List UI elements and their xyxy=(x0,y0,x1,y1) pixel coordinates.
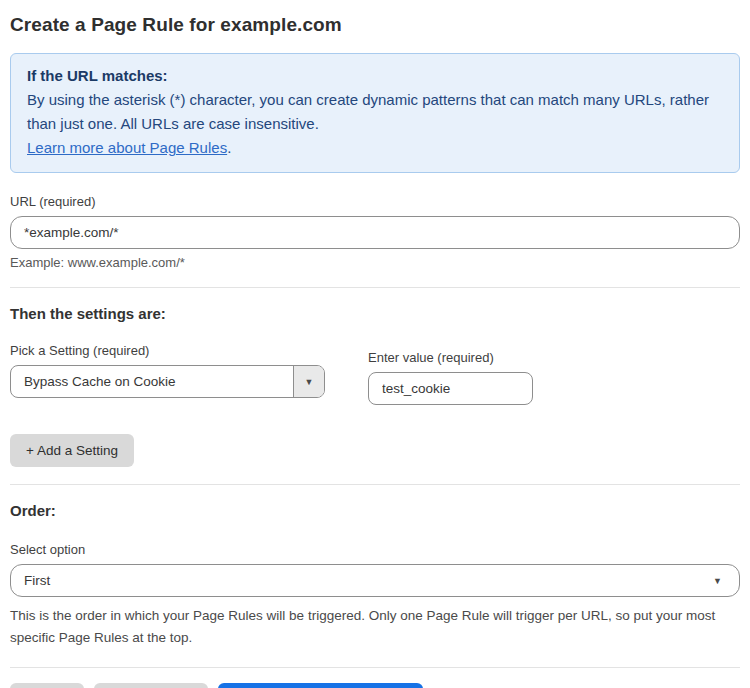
setting-select-arrow-button[interactable]: ▼ xyxy=(293,366,324,397)
setting-select-value: Bypass Cache on Cookie xyxy=(11,366,293,397)
section-divider xyxy=(10,287,740,288)
order-heading: Order: xyxy=(10,502,740,519)
footer-divider xyxy=(10,667,740,668)
setting-label: Pick a Setting (required) xyxy=(10,343,325,358)
section-divider xyxy=(10,484,740,485)
page-title: Create a Page Rule for example.com xyxy=(10,14,740,36)
setting-select[interactable]: Bypass Cache on Cookie ▼ xyxy=(10,365,325,398)
value-label: Enter value (required) xyxy=(368,350,533,365)
url-match-info-box: If the URL matches: By using the asteris… xyxy=(10,53,740,173)
order-select-label: Select option xyxy=(10,542,740,557)
url-label: URL (required) xyxy=(10,194,740,209)
info-box-body: By using the asterisk (*) character, you… xyxy=(27,88,723,136)
value-column: Enter value (required) xyxy=(368,322,533,405)
setting-value-input[interactable] xyxy=(368,372,533,405)
order-select-value: First xyxy=(24,573,50,588)
link-period: . xyxy=(227,139,231,156)
order-help-text: This is the order in which your Page Rul… xyxy=(10,605,740,649)
chevron-down-icon: ▼ xyxy=(713,576,722,586)
order-select[interactable]: First ▼ xyxy=(10,564,740,597)
create-page-rule-form: Create a Page Rule for example.com If th… xyxy=(0,0,750,688)
footer-actions: Cancel Save as Draft Save and Deploy Pag… xyxy=(10,683,740,688)
save-and-deploy-button[interactable]: Save and Deploy Page Rule xyxy=(218,683,424,688)
cancel-button[interactable]: Cancel xyxy=(10,683,84,688)
url-input[interactable] xyxy=(10,216,740,249)
chevron-down-icon: ▼ xyxy=(305,377,314,387)
add-setting-button[interactable]: + Add a Setting xyxy=(10,434,134,467)
info-box-link-line: Learn more about Page Rules. xyxy=(27,136,723,160)
save-as-draft-button[interactable]: Save as Draft xyxy=(94,683,208,688)
settings-heading: Then the settings are: xyxy=(10,305,740,322)
learn-more-link[interactable]: Learn more about Page Rules xyxy=(27,139,227,156)
url-example-text: Example: www.example.com/* xyxy=(10,255,740,270)
setting-column: Pick a Setting (required) Bypass Cache o… xyxy=(10,322,325,405)
settings-row: Pick a Setting (required) Bypass Cache o… xyxy=(10,322,740,405)
info-box-heading: If the URL matches: xyxy=(27,64,723,88)
